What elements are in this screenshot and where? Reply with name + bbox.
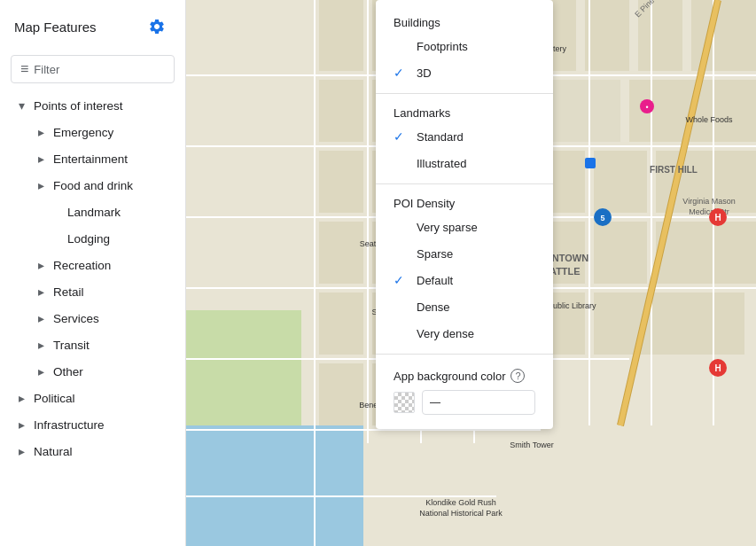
svg-text:Virginia Mason: Virginia Mason <box>682 197 735 206</box>
sidebar-title: Map Features <box>14 20 97 35</box>
sidebar-header: Map Features <box>0 0 185 50</box>
landmarks-section-title: Landmarks <box>376 101 553 123</box>
chevron-right-icon: ▸ <box>34 178 48 192</box>
svg-rect-2 <box>186 310 301 425</box>
dropdown-panel: Buildings ✓ Footprints ✓ 3D Landmarks ✓ … <box>376 0 553 429</box>
buildings-section-title: Buildings <box>376 11 553 33</box>
sidebar-item-label: Other <box>53 365 83 378</box>
illustrated-item[interactable]: ✓ Illustrated <box>376 150 553 176</box>
very-dense-item[interactable]: ✓ Very dense <box>376 320 553 347</box>
svg-rect-31 <box>319 292 363 355</box>
footprints-item[interactable]: ✓ Footprints <box>376 33 553 59</box>
color-input-box[interactable]: — <box>422 390 535 415</box>
divider-1 <box>376 93 553 94</box>
divider-2 <box>376 183 553 184</box>
sidebar-item-landmark[interactable]: ▸ Landmark <box>0 199 185 225</box>
sidebar-item-entertainment[interactable]: ▸ Entertainment <box>0 145 185 172</box>
dense-item[interactable]: ✓ Dense <box>376 293 553 320</box>
svg-text:•: • <box>645 103 648 112</box>
svg-text:Klondike Gold Rush: Klondike Gold Rush <box>425 498 496 507</box>
very-sparse-label: Very sparse <box>417 221 478 234</box>
svg-text:H: H <box>714 213 721 222</box>
chevron-right-icon: ▸ <box>34 258 48 272</box>
svg-rect-37 <box>319 363 363 425</box>
sidebar-item-label: Retail <box>53 285 84 299</box>
sidebar-item-label: Natural <box>34 445 73 458</box>
svg-rect-1 <box>186 425 363 546</box>
sidebar-item-natural[interactable]: ▸ Natural <box>0 438 185 464</box>
sidebar-item-label: Infrastructure <box>34 418 105 432</box>
chevron-right-icon: ▸ <box>14 444 28 458</box>
sidebar-item-lodging[interactable]: ▸ Lodging <box>0 225 185 252</box>
app-bg-label: App background color <box>394 370 505 383</box>
svg-rect-11 <box>319 80 363 142</box>
help-icon[interactable]: ? <box>510 369 525 383</box>
chevron-right-icon: ▸ <box>14 391 28 405</box>
filter-label: Filter <box>34 63 59 76</box>
svg-rect-3 <box>319 0 363 71</box>
sidebar-item-transit[interactable]: ▸ Transit <box>0 332 185 358</box>
sidebar-item-label: Services <box>53 312 99 325</box>
standard-label: Standard <box>417 130 464 144</box>
check-icon: ✓ <box>394 273 409 287</box>
filter-input[interactable]: ≡ Filter <box>11 55 175 83</box>
chevron-right-icon: ▸ <box>14 417 28 432</box>
chevron-right-icon: ▸ <box>34 364 48 378</box>
svg-text:H: H <box>714 363 721 373</box>
very-sparse-item[interactable]: ✓ Very sparse <box>376 214 553 240</box>
default-label: Default <box>417 274 453 287</box>
svg-text:Whole Foods: Whole Foods <box>685 115 733 124</box>
filter-row: ≡ Filter <box>0 50 185 92</box>
svg-text:5: 5 <box>600 214 604 222</box>
svg-rect-30 <box>656 222 756 284</box>
svg-text:National Historical Park: National Historical Park <box>419 509 503 518</box>
svg-rect-24 <box>319 222 363 284</box>
sidebar-item-infrastructure[interactable]: ▸ Infrastructure <box>0 411 185 438</box>
color-value: — <box>430 396 440 409</box>
sidebar-item-label: Transit <box>53 339 90 352</box>
sidebar-item-retail[interactable]: ▸ Retail <box>0 278 185 305</box>
svg-text:Smith Tower: Smith Tower <box>510 441 553 449</box>
sidebar-item-label: Food and drink <box>53 179 133 192</box>
3d-label: 3D <box>417 66 432 80</box>
svg-rect-29 <box>594 222 647 284</box>
app-bg-label-row: App background color ? <box>394 369 535 383</box>
app-background-section: App background color ? — <box>376 362 553 418</box>
3d-item[interactable]: ✓ 3D <box>376 59 553 86</box>
sidebar-item-label: Recreation <box>53 259 111 272</box>
color-swatch-checker[interactable] <box>394 392 415 413</box>
chevron-down-icon: ▾ <box>14 98 28 113</box>
sidebar-item-political[interactable]: ▸ Political <box>0 385 185 411</box>
svg-rect-17 <box>319 151 363 213</box>
sidebar-item-services[interactable]: ▸ Services <box>0 305 185 332</box>
map-area: .road { stroke: #fff; stroke-width: 2; f… <box>186 0 756 546</box>
sidebar-item-food-and-drink[interactable]: ▸ Food and drink <box>0 172 185 199</box>
default-item[interactable]: ✓ Default <box>376 267 553 293</box>
dense-label: Dense <box>417 300 450 314</box>
sparse-label: Sparse <box>417 247 453 261</box>
svg-text:FIRST HILL: FIRST HILL <box>650 165 698 175</box>
very-dense-label: Very dense <box>417 327 474 340</box>
sidebar-item-points-of-interest[interactable]: ▾ Points of interest <box>0 92 185 119</box>
svg-rect-36 <box>594 292 744 355</box>
check-icon: ✓ <box>394 66 409 80</box>
standard-item[interactable]: ✓ Standard <box>376 123 553 150</box>
gear-button[interactable] <box>143 12 171 41</box>
chevron-right-icon: ▸ <box>34 152 48 166</box>
sidebar-item-label: Landmark <box>67 206 121 219</box>
filter-icon: ≡ <box>20 61 28 77</box>
sidebar-item-emergency[interactable]: ▸ Emergency <box>0 119 185 145</box>
sidebar-item-label: Entertainment <box>53 152 128 166</box>
check-icon: ✓ <box>394 129 409 144</box>
sparse-item[interactable]: ✓ Sparse <box>376 240 553 267</box>
sidebar: Map Features ≡ Filter ▾ Points of intere… <box>0 0 186 546</box>
sidebar-item-label: Lodging <box>67 232 110 246</box>
sidebar-item-label: Points of interest <box>34 99 123 113</box>
chevron-right-icon: ▸ <box>34 285 48 299</box>
color-swatch-row: — <box>394 390 535 415</box>
sidebar-list: ▾ Points of interest ▸ Emergency ▸ Enter… <box>0 92 185 546</box>
sidebar-item-other[interactable]: ▸ Other <box>0 358 185 385</box>
illustrated-label: Illustrated <box>417 157 466 170</box>
sidebar-item-label: Political <box>34 392 75 405</box>
sidebar-item-recreation[interactable]: ▸ Recreation <box>0 252 185 278</box>
